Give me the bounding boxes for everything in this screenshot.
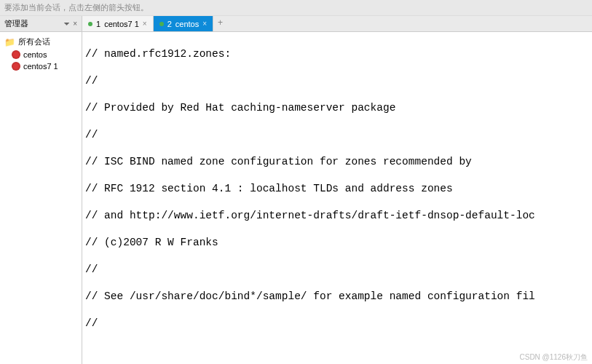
tree-root-all-sessions[interactable]: 📁 所有会话 bbox=[1, 35, 80, 49]
code-line: // Provided by Red Hat caching-nameserve… bbox=[85, 101, 589, 115]
hint-bar: 要添加当前会话，点击左侧的箭头按钮。 bbox=[0, 0, 592, 16]
tab-label: centos7 1 bbox=[104, 20, 139, 28]
close-icon[interactable]: × bbox=[202, 20, 207, 28]
status-dot-icon bbox=[159, 22, 164, 26]
code-line: // bbox=[85, 263, 589, 277]
watermark: CSDN @1126秋刀鱼 bbox=[519, 352, 588, 363]
main-container: 管理器 ⏷ × 📁 所有会话 centos centos7 1 1 centos… bbox=[0, 16, 592, 364]
close-icon[interactable]: × bbox=[143, 20, 147, 28]
code-line: // bbox=[85, 74, 589, 88]
tab-centos[interactable]: 2 centos × bbox=[154, 16, 213, 31]
code-editor[interactable]: // named.rfc1912.zones: // // Provided b… bbox=[82, 32, 592, 364]
tab-label: centos bbox=[175, 20, 199, 28]
session-tree: 📁 所有会话 centos centos7 1 bbox=[0, 32, 82, 75]
sidebar: 管理器 ⏷ × 📁 所有会话 centos centos7 1 bbox=[0, 16, 82, 364]
content-area: 1 centos7 1 × 2 centos × + // named.rfc1… bbox=[82, 16, 592, 364]
code-line: // (c)2007 R W Franks bbox=[85, 236, 589, 250]
code-line: // RFC 1912 section 4.1 : localhost TLDs… bbox=[85, 182, 589, 196]
hint-text: 要添加当前会话，点击左侧的箭头按钮。 bbox=[4, 3, 149, 12]
tab-add-button[interactable]: + bbox=[213, 16, 227, 31]
pin-icon[interactable]: ⏷ × bbox=[63, 20, 77, 28]
code-line: // bbox=[85, 317, 589, 331]
tree-root-label: 所有会话 bbox=[18, 36, 50, 47]
sidebar-title-bar: 管理器 ⏷ × bbox=[0, 16, 82, 32]
status-dot-icon bbox=[88, 22, 92, 26]
plus-icon: + bbox=[218, 17, 223, 28]
tab-num: 1 bbox=[96, 20, 100, 28]
tab-centos7-1[interactable]: 1 centos7 1 × bbox=[82, 16, 154, 31]
code-line: // named.rfc1912.zones: bbox=[85, 47, 589, 61]
code-line: // bbox=[85, 128, 589, 142]
terminal-icon bbox=[12, 62, 20, 71]
sidebar-title: 管理器 bbox=[4, 18, 28, 29]
session-item-centos[interactable]: centos bbox=[1, 49, 80, 60]
session-label: centos bbox=[23, 50, 47, 59]
session-item-centos7-1[interactable]: centos7 1 bbox=[1, 60, 80, 72]
tab-bar: 1 centos7 1 × 2 centos × + bbox=[82, 16, 592, 32]
session-label: centos7 1 bbox=[23, 62, 58, 71]
code-line: // ISC BIND named zone configuration for… bbox=[85, 155, 589, 169]
code-line bbox=[85, 344, 589, 358]
tab-num: 2 bbox=[167, 20, 172, 28]
code-line: // See /usr/share/doc/bind*/sample/ for … bbox=[85, 290, 589, 304]
code-line: // and http://www.ietf.org/internet-draf… bbox=[85, 209, 589, 223]
terminal-icon bbox=[12, 50, 20, 59]
folder-icon: 📁 bbox=[4, 37, 15, 47]
